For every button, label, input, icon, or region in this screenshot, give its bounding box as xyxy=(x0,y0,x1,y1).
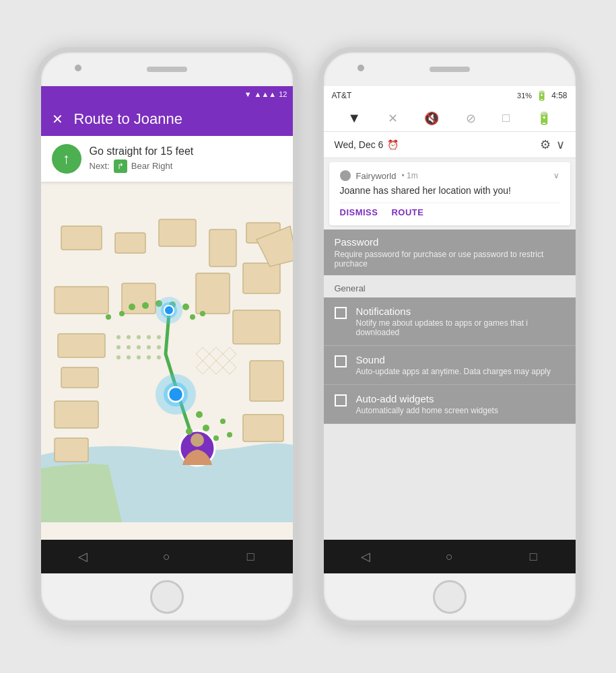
password-title: Password xyxy=(335,236,565,248)
sound-title: Sound xyxy=(356,354,551,365)
svg-point-33 xyxy=(157,355,161,359)
svg-point-51 xyxy=(164,306,174,315)
home-button[interactable]: ○ xyxy=(146,550,186,564)
next-label: Next: xyxy=(90,161,110,171)
home-button-right[interactable]: ○ xyxy=(429,550,469,564)
android-nav-bar-right: ◁ ○ □ xyxy=(324,540,576,573)
map-view[interactable] xyxy=(41,182,293,540)
password-setting-item: Password Require password for purchase o… xyxy=(324,229,576,275)
notification-actions: DISMISS ROUTE xyxy=(340,203,559,217)
direction-next: Next: ↱ Bear Right xyxy=(90,160,194,173)
svg-point-20 xyxy=(127,335,131,339)
notif-status-bar: AT&T 31% 🔋 4:58 xyxy=(324,86,576,105)
speaker xyxy=(147,67,187,72)
svg-point-41 xyxy=(142,302,149,309)
svg-point-21 xyxy=(137,335,141,339)
sound-checkbox[interactable] xyxy=(335,355,347,367)
svg-point-46 xyxy=(119,311,125,316)
bluetooth-qs-icon[interactable]: ✕ xyxy=(388,111,398,126)
notification-expand-icon[interactable]: ∨ xyxy=(553,171,559,180)
widgets-desc: Automatically add home screen widgets xyxy=(356,406,498,415)
svg-point-22 xyxy=(147,335,151,339)
notifications-title: Notifications xyxy=(356,306,565,317)
date-display: Wed, Dec 6 ⏰ xyxy=(335,139,399,150)
svg-rect-8 xyxy=(58,334,105,357)
date-row: Wed, Dec 6 ⏰ ⚙ ∨ xyxy=(324,132,576,158)
notification-body: Joanne has shared her location with you! xyxy=(340,185,559,196)
svg-rect-9 xyxy=(61,367,98,388)
app-icon-dot xyxy=(340,170,351,181)
direction-card: ↑ Go straight for 15 feet Next: ↱ Bear R… xyxy=(41,136,293,182)
notification-header: Fairyworld • 1m ∨ xyxy=(340,170,559,181)
close-button[interactable]: ✕ xyxy=(52,111,63,127)
direction-up-icon: ↑ xyxy=(52,144,81,174)
back-button-right[interactable]: ◁ xyxy=(345,549,386,564)
dnd-qs-icon[interactable]: 🔇 xyxy=(424,111,439,126)
navigation-app: ▼ ▲▲▲ 12 ✕ Route to Joanne ↑ Go straight… xyxy=(41,86,293,573)
nav-status-bar: ▼ ▲▲▲ 12 xyxy=(41,86,293,102)
right-phone: AT&T 31% 🔋 4:58 ▼ ✕ 🔇 ⊘ □ 🔋 Wed, Dec 6 xyxy=(318,47,581,626)
svg-point-32 xyxy=(147,355,151,359)
recent-button-right[interactable]: □ xyxy=(513,550,553,564)
notifications-desc: Notify me about updates to apps or games… xyxy=(356,318,565,337)
notification-panel: AT&T 31% 🔋 4:58 ▼ ✕ 🔇 ⊘ □ 🔋 Wed, Dec 6 xyxy=(324,86,576,573)
camera-dot-right xyxy=(357,65,364,71)
notifications-checkbox[interactable] xyxy=(335,307,347,319)
svg-rect-6 xyxy=(55,287,108,314)
wifi-qs-icon[interactable]: ▼ xyxy=(347,110,361,126)
right-phone-screen: AT&T 31% 🔋 4:58 ▼ ✕ 🔇 ⊘ □ 🔋 Wed, Dec 6 xyxy=(324,86,576,573)
turn-right-icon: ↱ xyxy=(114,160,127,173)
svg-point-57 xyxy=(186,428,193,435)
svg-rect-15 xyxy=(250,361,283,401)
svg-point-58 xyxy=(196,411,203,418)
svg-point-25 xyxy=(127,345,131,349)
route-action-button[interactable]: ROUTE xyxy=(391,207,423,217)
svg-point-26 xyxy=(137,345,141,349)
nav-header: ✕ Route to Joanne xyxy=(41,102,293,136)
home-btn-physical[interactable] xyxy=(150,580,184,614)
notifications-content: Notifications Notify me about updates to… xyxy=(356,306,565,337)
carrier-label: AT&T xyxy=(332,91,352,100)
svg-point-23 xyxy=(157,335,161,339)
svg-point-54 xyxy=(168,387,183,402)
svg-point-60 xyxy=(213,435,219,441)
battery-percentage: 31% xyxy=(517,92,532,100)
svg-point-62 xyxy=(227,432,232,437)
battery-icon: 🔋 xyxy=(536,90,547,101)
sound-content: Sound Auto-update apps at anytime. Data … xyxy=(356,354,551,376)
rotate-qs-icon[interactable]: □ xyxy=(502,111,510,125)
svg-rect-14 xyxy=(233,310,280,344)
svg-point-40 xyxy=(129,304,135,310)
left-phone-screen: ▼ ▲▲▲ 12 ✕ Route to Joanne ↑ Go straight… xyxy=(41,86,293,573)
time-label: 4:58 xyxy=(551,91,567,100)
svg-point-19 xyxy=(116,335,121,339)
back-button[interactable]: ◁ xyxy=(63,549,103,564)
sync-qs-icon[interactable]: 🔋 xyxy=(537,111,551,126)
svg-point-47 xyxy=(190,314,195,320)
widgets-setting-item: Auto-add widgets Automatically add home … xyxy=(324,385,576,424)
widgets-content: Auto-add widgets Automatically add home … xyxy=(356,393,498,415)
home-btn-physical-right[interactable] xyxy=(433,580,467,614)
wifi-icon: ▼ xyxy=(244,90,252,98)
svg-point-44 xyxy=(182,304,189,310)
svg-point-48 xyxy=(200,311,205,316)
sound-setting-item: Sound Auto-update apps at anytime. Data … xyxy=(324,346,576,385)
expand-down-icon[interactable]: ∨ xyxy=(556,137,565,152)
svg-point-45 xyxy=(106,314,111,320)
direction-text-block: Go straight for 15 feet Next: ↱ Bear Rig… xyxy=(90,145,194,173)
direction-main-text: Go straight for 15 feet xyxy=(90,145,194,157)
settings-gear-icon[interactable]: ⚙ xyxy=(540,137,551,152)
camera-dot xyxy=(75,65,81,71)
svg-point-59 xyxy=(203,425,209,431)
fairyworld-notification: Fairyworld • 1m ∨ Joanne has shared her … xyxy=(329,162,570,225)
dismiss-action-button[interactable]: DISMISS xyxy=(340,207,378,217)
svg-point-29 xyxy=(116,355,121,359)
svg-rect-1 xyxy=(61,226,102,250)
widgets-checkbox[interactable] xyxy=(335,394,347,406)
notification-time: • 1m xyxy=(401,171,417,180)
recent-button[interactable]: □ xyxy=(230,550,271,564)
date-action-icons: ⚙ ∨ xyxy=(540,137,565,152)
location-qs-icon[interactable]: ⊘ xyxy=(466,111,476,126)
svg-rect-3 xyxy=(159,219,196,246)
nav-title: Route to Joanne xyxy=(74,110,182,128)
